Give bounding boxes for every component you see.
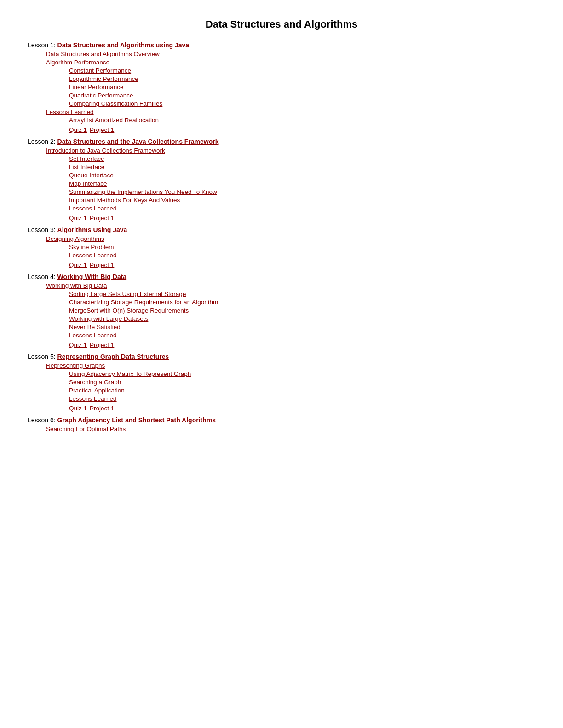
lesson-link-lesson2[interactable]: Data Structures and the Java Collections… — [57, 138, 219, 145]
lesson-heading-lesson6: Lesson 6: Graph Adjacency List and Short… — [28, 416, 535, 424]
section-link-lesson6-0[interactable]: Searching For Optimal Paths — [46, 426, 535, 432]
quiz-project-line-lesson3: Quiz 1Project 1 — [69, 262, 535, 268]
quiz-project-line-lesson1: Quiz 1Project 1 — [69, 126, 535, 133]
lesson-heading-lesson4: Lesson 4: Working With Big Data — [28, 273, 535, 280]
lesson-link-lesson3[interactable]: Algorithms Using Java — [57, 226, 127, 233]
lesson-link-lesson5[interactable]: Representing Graph Data Structures — [57, 353, 169, 360]
lesson-label-lesson5: Lesson 5: — [28, 353, 57, 360]
quiz-project-line-lesson4: Quiz 1Project 1 — [69, 341, 535, 348]
section-link-lesson1-8[interactable]: ArrayList Amortized Reallocation — [69, 117, 535, 124]
lesson-label-lesson6: Lesson 6: — [28, 416, 57, 424]
section-link-lesson4-1[interactable]: Sorting Large Sets Using External Storag… — [69, 290, 535, 297]
section-link-lesson1-4[interactable]: Linear Performance — [69, 84, 535, 91]
lesson-label-lesson1: Lesson 1: — [28, 41, 57, 49]
lesson-label-lesson3: Lesson 3: — [28, 226, 57, 233]
section-link-lesson3-2[interactable]: Lessons Learned — [69, 252, 535, 259]
quiz-link-lesson3[interactable]: Quiz 1 — [69, 262, 87, 268]
section-link-lesson1-7[interactable]: Lessons Learned — [46, 108, 535, 115]
section-link-lesson5-4[interactable]: Lessons Learned — [69, 395, 535, 402]
section-link-lesson1-0[interactable]: Data Structures and Algorithms Overview — [46, 51, 535, 57]
section-link-lesson4-2[interactable]: Characterizing Storage Requirements for … — [69, 299, 535, 306]
lesson-label-lesson2: Lesson 2: — [28, 138, 57, 145]
project-link-lesson3[interactable]: Project 1 — [90, 262, 114, 268]
lesson-label-lesson4: Lesson 4: — [28, 273, 57, 280]
quiz-link-lesson2[interactable]: Quiz 1 — [69, 215, 87, 222]
lesson-heading-lesson1: Lesson 1: Data Structures and Algorithms… — [28, 41, 535, 49]
section-link-lesson4-0[interactable]: Working with Big Data — [46, 282, 535, 289]
lesson-heading-lesson5: Lesson 5: Representing Graph Data Struct… — [28, 353, 535, 360]
section-link-lesson4-6[interactable]: Lessons Learned — [69, 332, 535, 339]
section-link-lesson1-1[interactable]: Algorithm Performance — [46, 59, 535, 66]
lesson-heading-lesson3: Lesson 3: Algorithms Using Java — [28, 226, 535, 233]
section-link-lesson4-3[interactable]: MergeSort with O(n) Storage Requirements — [69, 307, 535, 314]
lesson-heading-lesson2: Lesson 2: Data Structures and the Java C… — [28, 138, 535, 145]
section-link-lesson4-5[interactable]: Never Be Satisfied — [69, 324, 535, 330]
lesson-link-lesson4[interactable]: Working With Big Data — [57, 273, 127, 280]
section-link-lesson2-2[interactable]: List Interface — [69, 164, 535, 171]
section-link-lesson2-3[interactable]: Queue Interface — [69, 172, 535, 179]
quiz-project-line-lesson5: Quiz 1Project 1 — [69, 405, 535, 412]
section-link-lesson2-6[interactable]: Important Methods For Keys And Values — [69, 197, 535, 204]
lessons-container: Lesson 1: Data Structures and Algorithms… — [28, 41, 535, 432]
section-link-lesson2-5[interactable]: Summarizing the Implementations You Need… — [69, 188, 535, 195]
section-link-lesson4-4[interactable]: Working with Large Datasets — [69, 315, 535, 322]
lesson-link-lesson1[interactable]: Data Structures and Algorithms using Jav… — [57, 41, 190, 49]
project-link-lesson5[interactable]: Project 1 — [90, 405, 114, 412]
quiz-link-lesson4[interactable]: Quiz 1 — [69, 341, 87, 348]
section-link-lesson2-1[interactable]: Set Interface — [69, 155, 535, 162]
project-link-lesson4[interactable]: Project 1 — [90, 341, 114, 348]
section-link-lesson5-2[interactable]: Searching a Graph — [69, 379, 535, 386]
section-link-lesson1-3[interactable]: Logarithmic Performance — [69, 75, 535, 82]
page-title: Data Structures and Algorithms — [28, 18, 535, 30]
section-link-lesson2-7[interactable]: Lessons Learned — [69, 205, 535, 212]
section-link-lesson2-0[interactable]: Introduction to Java Collections Framewo… — [46, 147, 535, 154]
quiz-project-line-lesson2: Quiz 1Project 1 — [69, 215, 535, 222]
section-link-lesson2-4[interactable]: Map Interface — [69, 180, 535, 187]
section-link-lesson1-6[interactable]: Comparing Classification Families — [69, 100, 535, 107]
lesson-link-lesson6[interactable]: Graph Adjacency List and Shortest Path A… — [57, 416, 216, 424]
project-link-lesson2[interactable]: Project 1 — [90, 215, 114, 222]
quiz-link-lesson1[interactable]: Quiz 1 — [69, 126, 87, 133]
section-link-lesson3-0[interactable]: Designing Algorithms — [46, 235, 535, 242]
section-link-lesson1-5[interactable]: Quadratic Performance — [69, 92, 535, 99]
section-link-lesson3-1[interactable]: Skyline Problem — [69, 244, 535, 250]
section-link-lesson1-2[interactable]: Constant Performance — [69, 67, 535, 74]
section-link-lesson5-1[interactable]: Using Adjacency Matrix To Represent Grap… — [69, 370, 535, 377]
section-link-lesson5-0[interactable]: Representing Graphs — [46, 362, 535, 369]
quiz-link-lesson5[interactable]: Quiz 1 — [69, 405, 87, 412]
project-link-lesson1[interactable]: Project 1 — [90, 126, 114, 133]
section-link-lesson5-3[interactable]: Practical Application — [69, 387, 535, 394]
